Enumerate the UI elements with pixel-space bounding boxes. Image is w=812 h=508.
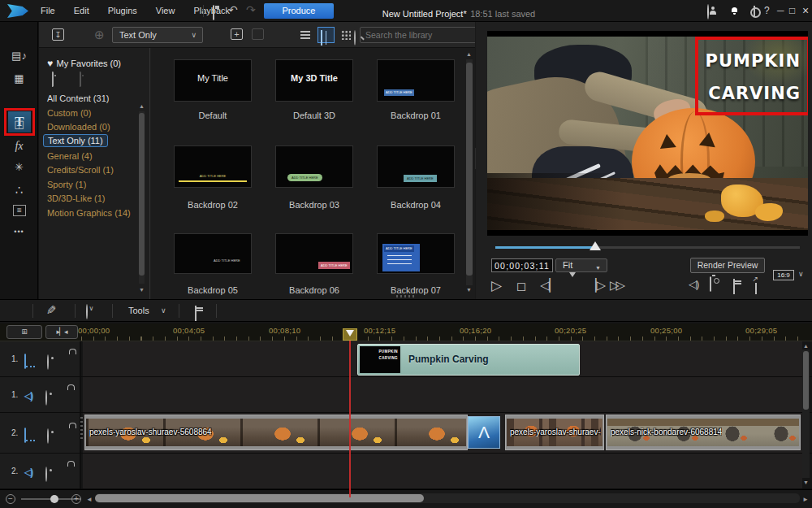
category-general[interactable]: General (4)	[47, 151, 93, 161]
zoom-out-button[interactable]: −	[6, 494, 15, 504]
category-sporty[interactable]: Sporty (1)	[47, 180, 86, 189]
preview-seek-handle[interactable]	[590, 241, 601, 250]
menu-file[interactable]: File	[41, 6, 55, 15]
open-folder-icon[interactable]	[252, 28, 264, 40]
category-all-content[interactable]: All Content (31)	[47, 93, 109, 103]
template-default[interactable]: My Title	[174, 59, 252, 102]
track1-video-visibility-icon[interactable]	[47, 354, 49, 370]
volume-icon[interactable]: ◁)	[689, 278, 698, 290]
category-scroll-down-icon[interactable]: ▼	[139, 287, 145, 293]
track1-video-lane[interactable]: PUMPKIN CARVING Pumpkin Carving	[83, 341, 802, 376]
media-room-icon[interactable]: ▤♪	[0, 50, 38, 62]
category-downloaded[interactable]: Downloaded (0)	[47, 122, 110, 132]
previous-frame-button[interactable]: ◁▏	[540, 278, 559, 293]
video-clip-3[interactable]: pexels-nick-bondarev-6068814	[606, 415, 801, 450]
timeline-vertical-scrollbar[interactable]	[802, 350, 810, 478]
detail-view-icon[interactable]	[341, 30, 351, 40]
download-from-web-icon[interactable]: ⊕	[94, 28, 105, 41]
library-search-input[interactable]	[365, 29, 487, 41]
timeline-options-icon[interactable]	[86, 304, 88, 319]
timeline-ruler[interactable]: ⊞ ▸▏◂ 00;00;00 00;04;05 00;08;10 00;12;1…	[0, 323, 812, 341]
effect-room-icon[interactable]: fx	[0, 140, 38, 153]
menu-plugins[interactable]: Plugins	[108, 6, 137, 15]
category-scrollbar[interactable]	[139, 111, 145, 284]
tools-menu-button[interactable]: Tools	[128, 306, 149, 315]
title-clip[interactable]: PUMPKIN CARVING Pumpkin Carving	[357, 344, 580, 376]
video-clip-2[interactable]: pexels-yaroslav-shuraev-560	[505, 415, 604, 450]
track2-audio-lane[interactable]	[83, 454, 802, 488]
produce-button[interactable]: Produce	[264, 3, 334, 19]
track2-audio-visibility-icon[interactable]	[45, 467, 47, 482]
category-scrollbar-thumb[interactable]	[139, 113, 145, 276]
pip-objects-room-icon[interactable]: ✳	[0, 161, 38, 173]
undock-preview-icon[interactable]	[755, 279, 757, 294]
snapshot-icon[interactable]	[710, 276, 711, 292]
fast-forward-button[interactable]: ▷▷	[610, 278, 622, 293]
category-scroll-up-icon[interactable]: ▲	[139, 103, 145, 109]
app-logo-icon[interactable]	[7, 4, 28, 18]
template-backdrop-02[interactable]: ADD TITLE HERE	[174, 145, 252, 188]
subtitle-room-icon[interactable]: ≡	[13, 205, 26, 216]
video-clip-1[interactable]: pexels-yaroslav-shuraev-5608864	[84, 415, 468, 450]
timecode-display[interactable]: 00;00;03;11	[491, 258, 553, 272]
aspect-chevron-icon[interactable]: ∨	[798, 270, 804, 278]
redo-icon[interactable]: ↷	[246, 4, 256, 15]
draw-pencil-icon[interactable]: ✎	[46, 304, 57, 316]
category-credits-scroll[interactable]: Credits/Scroll (1)	[47, 165, 114, 175]
zoom-in-button[interactable]: +	[71, 494, 81, 504]
category-custom[interactable]: Custom (0)	[47, 108, 91, 118]
favorites-label[interactable]: My Favorites (0)	[57, 59, 121, 68]
grid-scrollbar[interactable]	[466, 59, 473, 285]
menu-view[interactable]: View	[156, 6, 175, 15]
timeline-scroll-up-icon[interactable]: ▲	[803, 343, 809, 349]
storyboard-room-icon[interactable]: ▦	[0, 72, 38, 85]
minimize-icon[interactable]: ─	[777, 5, 784, 16]
transition-room-icon[interactable]: ◫	[0, 118, 38, 130]
list-view-icon[interactable]	[300, 31, 310, 39]
undo-icon[interactable]: ↶	[228, 4, 238, 15]
template-backdrop-04[interactable]: ADD TITLE HERE	[377, 145, 455, 188]
track-divider-grip[interactable]	[80, 417, 83, 440]
track2-video-visibility-icon[interactable]	[47, 428, 49, 444]
template-backdrop-07[interactable]: ADD TITLE HERE	[377, 233, 455, 274]
timeline-scroll-left-icon[interactable]: ◄	[86, 496, 93, 503]
help-icon[interactable]: ?	[764, 5, 770, 16]
track2-video-lane[interactable]: pexels-yaroslav-shuraev-5608864 Λ pexels…	[83, 413, 802, 453]
search-icon[interactable]	[354, 30, 356, 46]
grid-scrollbar-thumb[interactable]	[466, 63, 473, 276]
template-backdrop-01[interactable]: ADD TITLE HERE	[377, 59, 455, 102]
menu-edit[interactable]: Edit	[74, 6, 89, 15]
library-resize-handle[interactable]	[396, 295, 414, 297]
close-icon[interactable]: ×	[802, 4, 809, 17]
tools-chevron-icon[interactable]: ∨	[161, 306, 166, 315]
grid-scroll-up-icon[interactable]: ▲	[466, 51, 472, 57]
render-preview-button[interactable]: Render Preview	[690, 258, 765, 273]
template-default-3d[interactable]: My 3D Title	[275, 59, 353, 102]
category-motion-graphics[interactable]: Motion Graphics (14)	[47, 208, 131, 218]
grid-view-icon[interactable]	[317, 27, 335, 43]
track1-audio-lane[interactable]	[83, 377, 802, 412]
more-rooms-icon[interactable]: •••	[0, 228, 38, 236]
maximize-icon[interactable]: □	[789, 5, 795, 16]
timeline-hscrollbar-thumb[interactable]	[95, 494, 424, 502]
script-panel-icon[interactable]	[195, 306, 197, 321]
aspect-ratio-badge[interactable]: 16:9	[773, 270, 794, 280]
library-filter-dropdown[interactable]: Text Only ∨	[112, 27, 203, 43]
track1-audio-visibility-icon[interactable]	[45, 390, 47, 406]
timeline-horizontal-scrollbar[interactable]	[95, 493, 800, 503]
stop-button[interactable]: ◻	[516, 279, 526, 293]
tag-add-icon[interactable]	[52, 72, 54, 87]
preview-video-frame[interactable]: PUMPKIN CARVING	[487, 31, 808, 236]
template-backdrop-05[interactable]: ADD TITLE HERE	[174, 233, 252, 274]
tag-remove-icon[interactable]	[80, 72, 81, 87]
new-folder-icon[interactable]: +	[231, 28, 243, 40]
play-button[interactable]: ▷	[491, 277, 502, 294]
category-3d-like[interactable]: 3D/3D-Like (1)	[47, 193, 106, 203]
display-zoom-dropdown[interactable]: Fit ▼	[555, 258, 607, 272]
transition-clip[interactable]: Λ	[468, 416, 500, 449]
save-icon[interactable]	[213, 5, 214, 20]
timeline-zoom-thumb[interactable]	[50, 495, 58, 503]
account-icon[interactable]	[707, 4, 709, 20]
playhead-marker[interactable]	[343, 328, 357, 341]
timeline-scroll-right-icon[interactable]: ►	[802, 496, 809, 503]
